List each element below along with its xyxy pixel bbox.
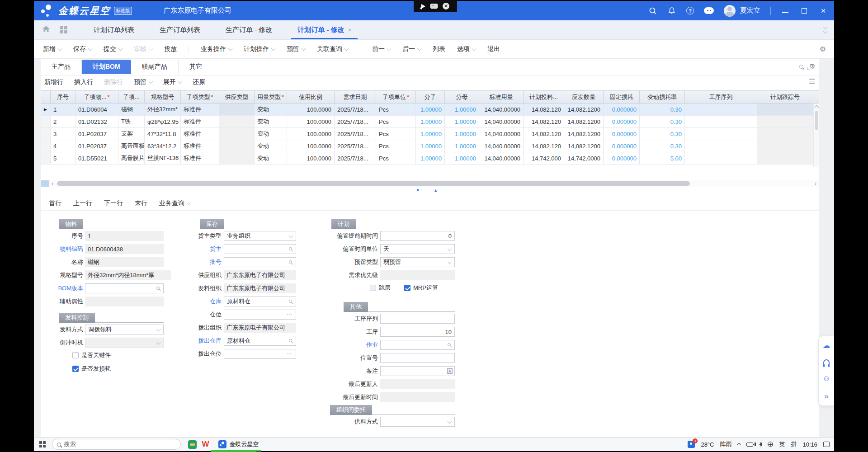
grid-cell[interactable]: 14,742.0000 [564, 152, 604, 164]
tray-app-badge-icon[interactable]: 1 [688, 441, 695, 448]
field-search-input[interactable] [380, 340, 455, 350]
row-nav-button[interactable]: 上一行 [73, 199, 92, 207]
grid-cell[interactable]: 14,082.120 [524, 128, 564, 140]
grid-toolbar-button[interactable]: 插入行 [74, 78, 93, 86]
grid-cell[interactable]: 01.P02037 [75, 128, 118, 140]
grid-cell[interactable]: 0.000000 [604, 152, 640, 164]
grid-cell[interactable]: 1.00000 [416, 116, 445, 127]
close-tab-icon[interactable]: × [348, 27, 352, 33]
grid-header-cell[interactable]: 分母 [445, 91, 479, 103]
clock[interactable]: 10:16 [802, 441, 817, 448]
weather-temp[interactable]: 28°C [701, 441, 714, 448]
grid-header-cell[interactable]: 工序序列 [685, 91, 757, 103]
grid-cell[interactable]: 100.0000 [287, 128, 335, 140]
field-input[interactable] [380, 314, 455, 324]
ime-pinyin-indicator[interactable]: 拼 [791, 440, 797, 448]
document-tab[interactable]: 生产订单列表 [147, 20, 213, 39]
checkbox[interactable] [404, 285, 410, 291]
grid-header-cell[interactable]: 子项... [118, 91, 145, 103]
grid-cell[interactable]: φ28*φ12.95 [145, 116, 181, 127]
minimize-button[interactable] [781, 6, 790, 15]
grid-cell[interactable]: 01.D02132 [75, 116, 118, 127]
grid-header-cell[interactable]: 规格型号 [145, 91, 181, 103]
grid-cell[interactable] [41, 152, 51, 164]
grid-cell[interactable]: 1.00000 [445, 140, 479, 152]
grid-cell[interactable]: 0.000000 [604, 116, 640, 127]
grid-cell[interactable]: 0.000000 [604, 128, 640, 140]
grid-cell[interactable]: 1.00000 [416, 128, 445, 140]
grid-cell[interactable] [219, 128, 255, 140]
grid-settings-icon[interactable] [809, 79, 815, 84]
field-input[interactable]: ··· [224, 349, 296, 359]
grid-cell[interactable] [219, 140, 255, 152]
ime-lang-indicator[interactable]: 英 [779, 440, 785, 448]
field-input[interactable]: 10 [380, 327, 455, 337]
grid-cell[interactable]: 1.00000 [445, 152, 479, 164]
start-button-icon[interactable] [39, 441, 46, 447]
scroll-left-icon[interactable]: ‹ [49, 180, 56, 187]
smiley-feedback-icon[interactable]: ☺ [822, 375, 830, 382]
grid-header-cell[interactable]: 子项类型* [181, 91, 219, 103]
lookup-magnifier-icon[interactable] [448, 343, 451, 346]
grid-cell[interactable]: 2 [51, 116, 75, 127]
field-label[interactable]: 物料编码 [43, 245, 83, 253]
row-nav-button[interactable]: 末行 [135, 199, 147, 207]
grid-cell[interactable]: 01.D55021 [75, 152, 118, 164]
grid-cell[interactable]: 63*34*12.2 [145, 140, 181, 152]
grid-cell[interactable] [685, 104, 757, 115]
grid-toolbar-button[interactable]: 新增行 [44, 78, 63, 86]
grid-cell[interactable] [41, 140, 51, 152]
grid-cell[interactable] [219, 104, 255, 115]
grid-cell[interactable]: 100.0000 [287, 116, 335, 127]
grid-header-cell[interactable]: 变动损耗率 [640, 91, 685, 103]
grid-toolbar-button[interactable]: 还原 [193, 78, 205, 86]
grid-toolbar-button[interactable]: 预留 [134, 78, 152, 86]
grid-cell[interactable]: 1.00000 [416, 140, 445, 152]
grid-cell[interactable]: 14,040.00000 [479, 152, 524, 164]
field-search-input[interactable]: 原材料仓 [224, 336, 296, 346]
grid-cell[interactable]: 2025/7/18... [335, 116, 376, 127]
grid-cell[interactable]: 1.00000 [445, 104, 479, 115]
field-input[interactable]: 0 [380, 231, 455, 241]
grid-header-cell[interactable]: 用量类型* [255, 91, 287, 103]
assistant-icon[interactable] [704, 7, 714, 14]
field-label[interactable]: BOM版本 [43, 284, 83, 292]
grid-cell[interactable]: 变动 [255, 104, 287, 115]
field-search-icon[interactable] [799, 65, 803, 69]
grid-cell[interactable] [685, 152, 757, 164]
table-row[interactable]: 301.P02037支架47*32*11.8标准件变动100.00002025/… [41, 128, 819, 140]
grid-header-cell[interactable]: 固定损耗 [604, 91, 640, 103]
subtab-0[interactable]: 主产品 [41, 60, 82, 74]
grid-cell[interactable]: 0.30 [640, 128, 685, 140]
grid-cell[interactable]: 14,082.1200 [564, 104, 604, 115]
document-tab[interactable]: 生产订单 - 修改 [213, 20, 285, 39]
grid-cell[interactable]: ▶ [41, 104, 51, 115]
grid-cell[interactable] [685, 140, 757, 152]
grid-cell[interactable]: 变动 [255, 152, 287, 164]
ellipsis-picker-icon[interactable]: ··· [287, 351, 293, 356]
hidden-icons-chevron-icon[interactable] [737, 443, 741, 447]
toolbar-button[interactable]: 关联查询 [317, 45, 348, 53]
grid-header-cell[interactable]: 计划跟踪号 [757, 91, 813, 103]
toolbar-button[interactable]: 保存 [73, 45, 92, 53]
grid-cell[interactable]: 14,082.1200 [564, 140, 604, 152]
grid-cell[interactable]: 14,040.00000 [479, 140, 524, 152]
grid-cell[interactable]: 01.P02037 [75, 140, 118, 152]
toolbar-button[interactable]: 提交 [104, 45, 122, 53]
home-icon[interactable] [42, 25, 50, 34]
toolbar-button[interactable]: 投放 [164, 45, 177, 53]
grid-cell[interactable]: 标准件 [181, 152, 219, 164]
document-tab[interactable]: 计划订单 - 修改× [285, 20, 364, 39]
maximize-button[interactable] [800, 6, 809, 15]
document-tab[interactable]: 计划订单列表 [81, 20, 147, 39]
lookup-magnifier-icon[interactable] [289, 247, 292, 250]
scroll-up-icon[interactable] [814, 105, 819, 110]
checkbox[interactable] [72, 366, 79, 372]
grid-cell[interactable]: 标准件 [181, 140, 219, 152]
grid-cell[interactable]: 1.00000 [416, 152, 445, 164]
grid-cell[interactable]: 0.000000 [604, 104, 640, 115]
grid-cell[interactable]: 4 [51, 140, 75, 152]
grid-cell[interactable] [685, 116, 757, 127]
lookup-magnifier-icon[interactable] [289, 260, 292, 264]
grid-cell[interactable]: 0.30 [640, 116, 685, 127]
